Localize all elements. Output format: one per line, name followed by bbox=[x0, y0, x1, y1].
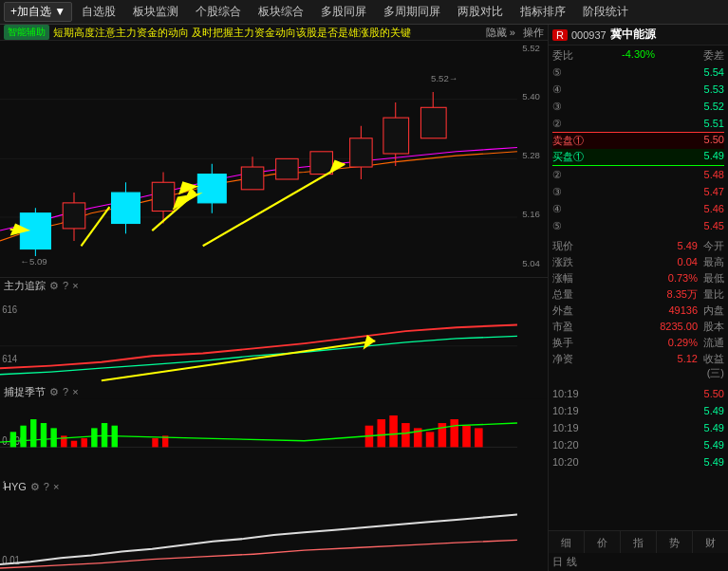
svg-rect-78 bbox=[462, 425, 471, 447]
right-nav-shi[interactable]: 势 bbox=[657, 531, 693, 553]
bujie-close-icon[interactable]: × bbox=[72, 386, 78, 397]
bid-row-5: ⑤ 5.45 bbox=[552, 217, 724, 234]
svg-rect-66 bbox=[102, 423, 107, 447]
zhuili-settings-icon[interactable]: ⚙ bbox=[49, 280, 59, 292]
bid-row-3: ③ 5.47 bbox=[552, 183, 724, 200]
time-row-1: 10:19 5.49 bbox=[552, 402, 724, 419]
chart-panels: 5.52 5.40 5.28 5.16 5.04 ←5.09 bbox=[0, 41, 548, 562]
zhuili-title: 主力追踪 bbox=[4, 279, 46, 293]
nav-zixuan[interactable]: 自选股 bbox=[74, 2, 123, 22]
right-nav-zhi[interactable]: 指 bbox=[621, 531, 657, 553]
nav-gegu[interactable]: 个股综合 bbox=[188, 2, 249, 22]
ask-label-3: ③ bbox=[552, 99, 562, 114]
bid-price-2: 5.48 bbox=[704, 167, 724, 182]
svg-text:614: 614 bbox=[2, 352, 17, 364]
ask-row-4: ④ 5.53 bbox=[552, 81, 724, 98]
stat-row-0: 现价 5.49 今开 bbox=[552, 238, 724, 254]
hyg-close-icon[interactable]: × bbox=[53, 481, 59, 492]
nav-jieduan[interactable]: 阶段统计 bbox=[575, 2, 636, 22]
stat-label2-guben: 股本 bbox=[698, 320, 724, 334]
svg-rect-22 bbox=[197, 175, 226, 203]
nav-lianggu[interactable]: 两股对比 bbox=[450, 2, 511, 22]
hyg-help-icon[interactable]: ? bbox=[44, 481, 49, 492]
candle-chart-svg: 5.52 5.40 5.28 5.16 5.04 ←5.09 bbox=[0, 41, 548, 277]
bid-price-3: 5.47 bbox=[704, 184, 724, 199]
hyg-header: HYG ⚙ ? × bbox=[0, 480, 548, 494]
svg-rect-75 bbox=[426, 432, 435, 447]
svg-rect-16 bbox=[112, 193, 140, 223]
stat-value-zhang: 0.04 bbox=[579, 255, 698, 269]
sell-price: 5.50 bbox=[704, 134, 724, 148]
right-panel-bottom-nav: 细 价 指 势 财 bbox=[549, 530, 728, 553]
svg-rect-77 bbox=[450, 419, 458, 447]
weibiao-label: 委比 bbox=[552, 48, 573, 63]
time-0: 10:19 bbox=[552, 386, 579, 401]
sell-label: 卖盘① bbox=[552, 134, 584, 148]
stat-label2-jinkei: 今开 bbox=[698, 239, 724, 253]
time-row-0: 10:19 5.50 bbox=[552, 385, 724, 402]
add-watchlist-btn[interactable]: +加自选 ▼ bbox=[4, 2, 72, 22]
svg-rect-35 bbox=[420, 107, 446, 138]
ri-xian-row: 日 线 bbox=[549, 553, 728, 571]
svg-rect-25 bbox=[241, 167, 264, 190]
svg-text:5.40: 5.40 bbox=[522, 91, 540, 101]
stat-row-3: 总量 8.35万 量比 bbox=[552, 286, 724, 303]
nav-duozhou[interactable]: 多周期同屏 bbox=[376, 2, 448, 22]
svg-rect-63 bbox=[71, 440, 77, 447]
svg-rect-57 bbox=[10, 432, 16, 447]
bujie-help-icon[interactable]: ? bbox=[63, 386, 68, 397]
sell-ask-row: 卖盘① 5.50 bbox=[552, 132, 724, 149]
right-nav-xi[interactable]: 细 bbox=[549, 531, 585, 553]
svg-text:5.52: 5.52 bbox=[522, 43, 540, 53]
ask-price-3: 5.52 bbox=[704, 99, 724, 114]
zhuili-help-icon[interactable]: ? bbox=[63, 280, 68, 291]
right-nav-cai[interactable]: 财 bbox=[693, 531, 728, 553]
time-2: 10:19 bbox=[552, 420, 579, 435]
ask-price-5: 5.54 bbox=[704, 64, 724, 80]
svg-rect-71 bbox=[377, 419, 385, 447]
ask-label-5: ⑤ bbox=[552, 64, 562, 80]
ask-row-5: ⑤ 5.54 bbox=[552, 64, 724, 81]
operate-btn[interactable]: 操作 bbox=[523, 26, 544, 40]
stock-header: R 000937 冀中能源 bbox=[549, 25, 728, 46]
bujie-settings-icon[interactable]: ⚙ bbox=[49, 386, 59, 398]
stat-label-zongliang: 总量 bbox=[552, 287, 579, 302]
hyg-title: HYG bbox=[4, 481, 27, 492]
nav-bankuai2[interactable]: 板块综合 bbox=[251, 2, 311, 22]
stat-value-waipan: 49136 bbox=[579, 304, 698, 318]
price-2: 5.49 bbox=[704, 420, 724, 435]
main-candle-panel: 5.52 5.40 5.28 5.16 5.04 ←5.09 bbox=[0, 41, 548, 278]
bujie-header: 捕捉季节 ⚙ ? × bbox=[0, 384, 548, 400]
svg-rect-19 bbox=[152, 182, 175, 211]
order-book-header: 委比 -4.30% 委差 bbox=[552, 47, 724, 64]
svg-rect-64 bbox=[81, 438, 86, 447]
svg-rect-32 bbox=[383, 118, 409, 154]
nav-zhimark[interactable]: 指标排序 bbox=[513, 2, 573, 22]
nav-duogu[interactable]: 多股同屏 bbox=[313, 2, 374, 22]
zhuili-header: 主力追踪 ⚙ ? × bbox=[0, 278, 548, 294]
top-nav: +加自选 ▼ 自选股 板块监测 个股综合 板块综合 多股同屏 多周期同屏 两股对… bbox=[0, 0, 728, 25]
chart-header: 智能辅助 短期高度注意主力资金的动向 及时把握主力资金动向该股是否是雄涨股的关键… bbox=[0, 25, 548, 41]
stock-code: 000937 bbox=[571, 29, 607, 41]
svg-text:616: 616 bbox=[2, 302, 17, 314]
hyg-settings-icon[interactable]: ⚙ bbox=[30, 481, 40, 493]
stat-label2-zuidi: 最低 bbox=[698, 271, 724, 286]
warning-text: 短期高度注意主力资金的动向 及时把握主力资金动向该股是否是雄涨股的关键 bbox=[53, 26, 486, 40]
nav-bankuai[interactable]: 板块监测 bbox=[125, 2, 186, 22]
stats-table: 现价 5.49 今开 涨跌 0.04 最高 涨幅 0.73% 最低 总量 8.3… bbox=[549, 236, 728, 383]
stat-row-5: 市盈 8235.00 股本 bbox=[552, 319, 724, 335]
bid-row-4: ④ 5.46 bbox=[552, 200, 724, 217]
stock-name: 冀中能源 bbox=[610, 27, 656, 43]
hide-btn[interactable]: 隐藏 » bbox=[486, 26, 515, 40]
stat-row-1: 涨跌 0.04 最高 bbox=[552, 254, 724, 270]
svg-rect-81 bbox=[0, 494, 548, 571]
svg-text:5.16: 5.16 bbox=[522, 209, 540, 219]
right-panel: R 000937 冀中能源 委比 -4.30% 委差 ⑤ 5.54 ④ 5.53… bbox=[548, 25, 728, 571]
stat-label2-liangbi: 量比 bbox=[698, 287, 724, 302]
stat-label-zhangfu: 涨幅 bbox=[552, 271, 579, 286]
time-row-4: 10:20 5.49 bbox=[552, 453, 724, 470]
bid-price-4: 5.46 bbox=[704, 201, 724, 216]
price-3: 5.49 bbox=[704, 437, 724, 452]
zhuili-close-icon[interactable]: × bbox=[72, 280, 78, 291]
right-nav-jia[interactable]: 价 bbox=[585, 531, 621, 553]
